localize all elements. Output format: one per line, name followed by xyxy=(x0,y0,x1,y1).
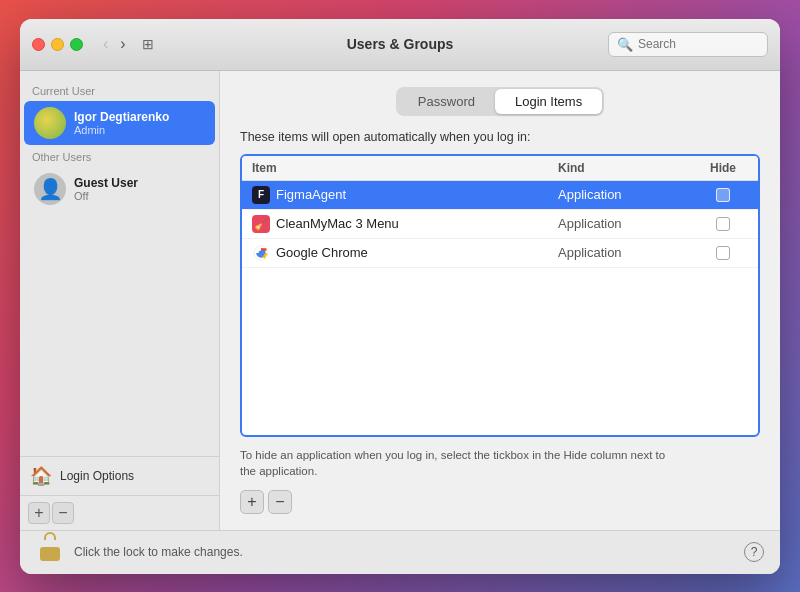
figma-icon: F xyxy=(252,186,270,204)
table-cell-hide[interactable] xyxy=(698,217,748,231)
cleanmymac-icon: 🧹 xyxy=(252,215,270,233)
login-items-table: Item Kind Hide F FigmaAgent Application xyxy=(240,154,760,438)
login-options-item[interactable]: 🏠 Login Options xyxy=(20,456,219,495)
app-name: Google Chrome xyxy=(276,245,368,260)
column-header-hide: Hide xyxy=(698,161,748,175)
hide-checkbox[interactable] xyxy=(716,188,730,202)
table-cell-kind: Application xyxy=(558,245,698,260)
grid-icon[interactable]: ⊞ xyxy=(142,36,154,52)
search-icon: 🔍 xyxy=(617,37,633,52)
app-name: CleanMyMac 3 Menu xyxy=(276,216,399,231)
tab-group: Password Login Items xyxy=(396,87,604,116)
remove-item-button[interactable]: − xyxy=(268,490,292,514)
minimize-button[interactable] xyxy=(51,38,64,51)
add-item-button[interactable]: + xyxy=(240,490,264,514)
current-user-name: Igor Degtiarenko xyxy=(74,110,169,124)
table-cell-item: 🧹 CleanMyMac 3 Menu xyxy=(252,215,558,233)
window: ‹ › ⊞ Users & Groups 🔍 Current User Igor… xyxy=(20,19,780,574)
nav-arrows: ‹ › xyxy=(99,34,130,54)
help-button[interactable]: ? xyxy=(744,542,764,562)
hide-checkbox[interactable] xyxy=(716,246,730,260)
remove-user-button[interactable]: − xyxy=(52,502,74,524)
table-body: F FigmaAgent Application 🧹 CleanMyMac 3 … xyxy=(242,181,758,436)
table-cell-hide[interactable] xyxy=(698,188,748,202)
table-cell-item: Google Chrome xyxy=(252,244,558,262)
back-button[interactable]: ‹ xyxy=(99,34,112,54)
guest-user-name: Guest User xyxy=(74,176,138,190)
lock-shackle xyxy=(44,532,56,540)
guest-user-info: Guest User Off xyxy=(74,176,138,202)
lock-text: Click the lock to make changes. xyxy=(74,545,734,559)
forward-button[interactable]: › xyxy=(116,34,129,54)
sidebar: Current User Igor Degtiarenko Admin Othe… xyxy=(20,71,220,530)
table-row[interactable]: 🧹 CleanMyMac 3 Menu Application xyxy=(242,210,758,239)
content: Current User Igor Degtiarenko Admin Othe… xyxy=(20,71,780,530)
close-button[interactable] xyxy=(32,38,45,51)
svg-point-1 xyxy=(259,250,264,255)
maximize-button[interactable] xyxy=(70,38,83,51)
sidebar-item-guest-user[interactable]: 👤 Guest User Off xyxy=(24,167,215,211)
table-row[interactable]: Google Chrome Application xyxy=(242,239,758,268)
table-header: Item Kind Hide xyxy=(242,156,758,181)
current-user-info: Igor Degtiarenko Admin xyxy=(74,110,169,136)
tab-password[interactable]: Password xyxy=(398,89,495,114)
action-buttons: + − xyxy=(240,490,760,514)
other-users-label: Other Users xyxy=(20,145,219,167)
table-cell-kind: Application xyxy=(558,216,698,231)
tab-login-items[interactable]: Login Items xyxy=(495,89,602,114)
titlebar: ‹ › ⊞ Users & Groups 🔍 xyxy=(20,19,780,71)
table-row[interactable]: F FigmaAgent Application xyxy=(242,181,758,210)
window-bottom: Click the lock to make changes. ? xyxy=(20,530,780,574)
main-panel: Password Login Items These items will op… xyxy=(220,71,780,530)
search-bar[interactable]: 🔍 xyxy=(608,32,768,57)
current-user-avatar xyxy=(34,107,66,139)
login-options-label: Login Options xyxy=(60,469,134,483)
search-input[interactable] xyxy=(638,37,759,51)
lock-body xyxy=(40,547,60,561)
guest-user-role: Off xyxy=(74,190,138,202)
table-cell-kind: Application xyxy=(558,187,698,202)
hide-checkbox[interactable] xyxy=(716,217,730,231)
current-user-label: Current User xyxy=(20,79,219,101)
lock-button[interactable] xyxy=(36,538,64,566)
traffic-lights xyxy=(32,38,83,51)
tab-bar: Password Login Items xyxy=(240,87,760,116)
description-text: These items will open automatically when… xyxy=(240,130,760,144)
guest-user-avatar: 👤 xyxy=(34,173,66,205)
login-options-icon: 🏠 xyxy=(30,465,52,487)
window-title: Users & Groups xyxy=(347,36,454,52)
add-user-button[interactable]: + xyxy=(28,502,50,524)
current-user-role: Admin xyxy=(74,124,169,136)
table-cell-item: F FigmaAgent xyxy=(252,186,558,204)
hint-text: To hide an application when you log in, … xyxy=(240,447,670,479)
chrome-icon xyxy=(252,244,270,262)
sidebar-bottom-bar: + − xyxy=(20,495,219,530)
table-cell-hide[interactable] xyxy=(698,246,748,260)
sidebar-item-current-user[interactable]: Igor Degtiarenko Admin xyxy=(24,101,215,145)
app-name: FigmaAgent xyxy=(276,187,346,202)
column-header-item: Item xyxy=(252,161,558,175)
column-header-kind: Kind xyxy=(558,161,698,175)
